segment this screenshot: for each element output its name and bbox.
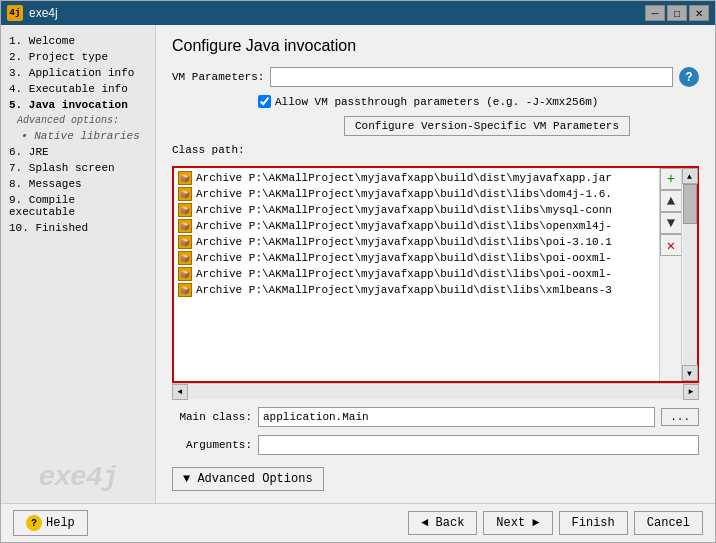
finish-button[interactable]: Finish bbox=[559, 511, 628, 535]
classpath-item[interactable]: 📦Archive P:\AKMallProject\myjavafxapp\bu… bbox=[176, 234, 659, 250]
archive-icon: 📦 bbox=[178, 283, 192, 297]
arguments-row: Arguments: bbox=[172, 435, 699, 455]
classpath-sidebar: + ▲ ▼ ✕ bbox=[659, 168, 681, 381]
sidebar-item-application-info[interactable]: 3. Application info bbox=[5, 65, 151, 81]
main-class-row: Main class: ... bbox=[172, 407, 699, 427]
vscroll-up-arrow[interactable]: ▲ bbox=[682, 168, 698, 184]
sidebar-item-project-type[interactable]: 2. Project type bbox=[5, 49, 151, 65]
window-controls: ─ □ ✕ bbox=[645, 5, 709, 21]
main-class-input[interactable] bbox=[258, 407, 655, 427]
archive-icon: 📦 bbox=[178, 251, 192, 265]
archive-icon: 📦 bbox=[178, 235, 192, 249]
configure-btn-container: Configure Version-Specific VM Parameters bbox=[172, 116, 699, 136]
arguments-label: Arguments: bbox=[172, 439, 252, 451]
configure-version-button[interactable]: Configure Version-Specific VM Parameters bbox=[344, 116, 630, 136]
minimize-button[interactable]: ─ bbox=[645, 5, 665, 21]
vscroll-thumb bbox=[683, 184, 697, 224]
close-button[interactable]: ✕ bbox=[689, 5, 709, 21]
classpath-list-inner: 📦Archive P:\AKMallProject\myjavafxapp\bu… bbox=[174, 168, 659, 300]
advanced-options-button[interactable]: ▼ Advanced Options bbox=[172, 467, 324, 491]
vm-passthrough-checkbox[interactable] bbox=[258, 95, 271, 108]
help-button[interactable]: ? Help bbox=[13, 510, 88, 536]
classpath-up-button[interactable]: ▲ bbox=[660, 190, 682, 212]
classpath-section: 📦Archive P:\AKMallProject\myjavafxapp\bu… bbox=[172, 166, 699, 399]
sidebar: 1. Welcome 2. Project type 3. Applicatio… bbox=[1, 25, 156, 503]
classpath-container: 📦Archive P:\AKMallProject\myjavafxapp\bu… bbox=[172, 166, 699, 383]
footer: ? Help ◄ Back Next ► Finish Cancel bbox=[1, 503, 715, 542]
classpath-label: Class path: bbox=[172, 144, 699, 156]
vm-params-label: VM Parameters: bbox=[172, 71, 264, 83]
classpath-item[interactable]: 📦Archive P:\AKMallProject\myjavafxapp\bu… bbox=[176, 170, 659, 186]
sidebar-item-native-libraries[interactable]: • Native libraries bbox=[5, 128, 151, 144]
classpath-down-button[interactable]: ▼ bbox=[660, 212, 682, 234]
classpath-item[interactable]: 📦Archive P:\AKMallProject\myjavafxapp\bu… bbox=[176, 266, 659, 282]
cancel-button[interactable]: Cancel bbox=[634, 511, 703, 535]
classpath-item[interactable]: 📦Archive P:\AKMallProject\myjavafxapp\bu… bbox=[176, 282, 659, 298]
classpath-item[interactable]: 📦Archive P:\AKMallProject\myjavafxapp\bu… bbox=[176, 202, 659, 218]
vm-params-input[interactable] bbox=[270, 67, 673, 87]
vm-params-help-button[interactable]: ? bbox=[679, 67, 699, 87]
sidebar-item-compile-executable[interactable]: 9. Compile executable bbox=[5, 192, 151, 220]
maximize-button[interactable]: □ bbox=[667, 5, 687, 21]
classpath-item[interactable]: 📦Archive P:\AKMallProject\myjavafxapp\bu… bbox=[176, 250, 659, 266]
arguments-input[interactable] bbox=[258, 435, 699, 455]
classpath-hscroll[interactable]: ◄ ► bbox=[172, 383, 699, 399]
main-panel: Configure Java invocation VM Parameters:… bbox=[156, 25, 715, 503]
main-class-browse-button[interactable]: ... bbox=[661, 408, 699, 426]
hscroll-right-arrow[interactable]: ► bbox=[683, 384, 699, 400]
sidebar-item-advanced-options-label: Advanced options: bbox=[5, 113, 151, 128]
next-button[interactable]: Next ► bbox=[483, 511, 552, 535]
classpath-list[interactable]: 📦Archive P:\AKMallProject\myjavafxapp\bu… bbox=[174, 168, 659, 381]
sidebar-item-java-invocation[interactable]: 5. Java invocation bbox=[5, 97, 151, 113]
vm-passthrough-row: Allow VM passthrough parameters (e.g. -J… bbox=[172, 95, 699, 108]
vm-passthrough-label: Allow VM passthrough parameters (e.g. -J… bbox=[275, 96, 598, 108]
archive-icon: 📦 bbox=[178, 203, 192, 217]
classpath-item[interactable]: 📦Archive P:\AKMallProject\myjavafxapp\bu… bbox=[176, 186, 659, 202]
titlebar: 4j exe4j ─ □ ✕ bbox=[1, 1, 715, 25]
archive-icon: 📦 bbox=[178, 219, 192, 233]
window-title: exe4j bbox=[29, 6, 645, 20]
classpath-item[interactable]: 📦Archive P:\AKMallProject\myjavafxapp\bu… bbox=[176, 218, 659, 234]
sidebar-item-jre[interactable]: 6. JRE bbox=[5, 144, 151, 160]
archive-icon: 📦 bbox=[178, 187, 192, 201]
sidebar-item-executable-info[interactable]: 4. Executable info bbox=[5, 81, 151, 97]
content-area: 1. Welcome 2. Project type 3. Applicatio… bbox=[1, 25, 715, 503]
sidebar-item-splash-screen[interactable]: 7. Splash screen bbox=[5, 160, 151, 176]
main-window: 4j exe4j ─ □ ✕ 1. Welcome 2. Project typ… bbox=[0, 0, 716, 543]
help-icon: ? bbox=[26, 515, 42, 531]
page-title: Configure Java invocation bbox=[172, 37, 699, 55]
footer-left: ? Help bbox=[13, 510, 88, 536]
archive-icon: 📦 bbox=[178, 171, 192, 185]
back-button[interactable]: ◄ Back bbox=[408, 511, 477, 535]
sidebar-item-welcome[interactable]: 1. Welcome bbox=[5, 33, 151, 49]
footer-right: ◄ Back Next ► Finish Cancel bbox=[408, 511, 703, 535]
archive-icon: 📦 bbox=[178, 267, 192, 281]
classpath-remove-button[interactable]: ✕ bbox=[660, 234, 682, 256]
app-icon: 4j bbox=[7, 5, 23, 21]
advanced-options-container: ▼ Advanced Options bbox=[172, 467, 699, 491]
vscroll-track[interactable] bbox=[683, 184, 697, 365]
hscroll-track[interactable] bbox=[188, 385, 683, 399]
classpath-vscroll[interactable]: ▲ ▼ bbox=[681, 168, 697, 381]
vm-params-row: VM Parameters: ? bbox=[172, 67, 699, 87]
watermark: exe4j bbox=[1, 462, 155, 493]
sidebar-item-messages[interactable]: 8. Messages bbox=[5, 176, 151, 192]
classpath-add-button[interactable]: + bbox=[660, 168, 682, 190]
hscroll-left-arrow[interactable]: ◄ bbox=[172, 384, 188, 400]
sidebar-item-finished[interactable]: 10. Finished bbox=[5, 220, 151, 236]
vscroll-down-arrow[interactable]: ▼ bbox=[682, 365, 698, 381]
main-class-label: Main class: bbox=[172, 411, 252, 423]
